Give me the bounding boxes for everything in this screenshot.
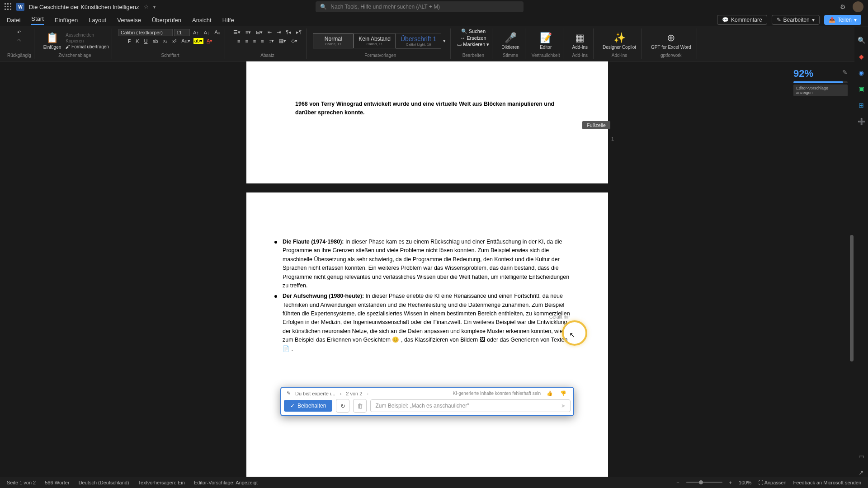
- rail-icon-5[interactable]: ⊞: [857, 101, 865, 109]
- edit-button[interactable]: ✎ Bearbeiten ▾: [772, 15, 820, 25]
- status-sugg[interactable]: Editor-Vorschläge: Angezeigt: [194, 480, 258, 485]
- tab-layout[interactable]: Layout: [89, 17, 106, 23]
- tab-datei[interactable]: Datei: [7, 17, 20, 23]
- rail-icon-bottom1[interactable]: ▭: [857, 452, 865, 460]
- fit-button[interactable]: ⛶ Anpassen: [758, 480, 786, 485]
- comments-button[interactable]: 💬 Kommentare: [717, 15, 767, 25]
- status-page[interactable]: Seite 1 von 2: [7, 480, 36, 485]
- numbering-icon[interactable]: ≡▾: [244, 28, 253, 36]
- size-select[interactable]: [174, 29, 190, 36]
- tab-hilfe[interactable]: Hilfe: [222, 17, 234, 23]
- replace-button[interactable]: ↔ Ersetzen: [460, 35, 486, 41]
- strike-icon[interactable]: ab: [151, 38, 160, 45]
- app-launcher-icon[interactable]: [5, 3, 12, 10]
- format-painter[interactable]: 🖌 Format übertragen: [66, 44, 109, 49]
- nav-prev-icon[interactable]: ‹: [340, 391, 342, 396]
- line-spacing-icon[interactable]: ↕▾: [267, 37, 276, 45]
- addins-button[interactable]: ▦Add-Ins: [570, 31, 590, 51]
- tab-verweise[interactable]: Verweise: [117, 17, 141, 23]
- star-icon[interactable]: ☆: [144, 4, 149, 10]
- grow-font-icon[interactable]: A↑: [191, 29, 201, 36]
- underline-icon[interactable]: U: [142, 38, 149, 45]
- multilevel-icon[interactable]: ⊟▾: [254, 28, 264, 36]
- keep-button[interactable]: ✓ Beibehalten: [284, 400, 332, 412]
- gear-icon[interactable]: ⚙: [840, 3, 846, 10]
- tab-einfugen[interactable]: Einfügen: [55, 17, 78, 23]
- bullets-icon[interactable]: ☰▾: [231, 28, 242, 36]
- send-icon[interactable]: ➤: [561, 403, 566, 409]
- editor-button[interactable]: 📝Editor: [537, 31, 555, 51]
- copilot-rail-icon[interactable]: ◆: [857, 52, 865, 61]
- zoom-out-icon[interactable]: −: [676, 480, 679, 485]
- indent-inc-icon[interactable]: ⇥: [275, 28, 283, 36]
- gpt-button[interactable]: ⊕GPT for Excel Word: [648, 31, 694, 51]
- status-pred[interactable]: Textvorhersagen: Ein: [138, 480, 185, 485]
- shrink-font-icon[interactable]: A↓: [202, 29, 212, 36]
- zoom-in-icon[interactable]: +: [729, 480, 732, 485]
- designer-button[interactable]: ✨Designer Copilot: [600, 31, 639, 51]
- redo-icon[interactable]: ↷: [15, 37, 23, 45]
- paste-button[interactable]: 📋Einfügen: [41, 31, 64, 51]
- status-lang[interactable]: Deutsch (Deutschland): [79, 480, 129, 485]
- bold-icon[interactable]: F: [126, 38, 132, 45]
- subscript-icon[interactable]: x₂: [161, 37, 170, 45]
- zoom-slider[interactable]: [686, 482, 722, 483]
- undo-icon[interactable]: ↶: [15, 28, 23, 36]
- nav-next-icon[interactable]: ›: [367, 391, 368, 396]
- align-left-icon[interactable]: ≡: [236, 38, 242, 45]
- cut-button[interactable]: Ausschneiden: [66, 33, 109, 38]
- find-button[interactable]: 🔍 Suchen: [461, 28, 486, 34]
- style-heading1[interactable]: Überschrift 1Calibri Light, 16: [396, 33, 441, 49]
- font-color-icon[interactable]: A▾: [205, 37, 214, 45]
- page-1[interactable]: 1968 von Terry Winograd entwickelt wurde…: [246, 61, 608, 183]
- clear-format-icon[interactable]: Aₓ: [213, 28, 222, 36]
- styles-more-icon[interactable]: ▾: [441, 37, 448, 45]
- avatar[interactable]: [853, 1, 863, 12]
- search-input[interactable]: 🔍 Nach Tools, Hilfe und mehr suchen (ALT…: [316, 1, 524, 12]
- chevron-down-icon[interactable]: ▾: [153, 5, 156, 9]
- search-rail-icon[interactable]: 🔍: [857, 36, 865, 44]
- tab-start[interactable]: Start: [31, 15, 43, 25]
- superscript-icon[interactable]: x²: [170, 38, 178, 45]
- share-button[interactable]: 📤 Teilen ▾: [824, 15, 861, 25]
- justify-icon[interactable]: ≡: [259, 38, 265, 45]
- zoom-value[interactable]: 100%: [739, 480, 751, 485]
- document-title[interactable]: Die Geschichte der Künstlichen Intellige…: [29, 4, 139, 10]
- align-center-icon[interactable]: ≡: [243, 38, 250, 45]
- borders-icon[interactable]: ▦▾: [277, 37, 288, 45]
- delete-icon[interactable]: 🗑: [353, 399, 367, 413]
- scrollbar[interactable]: [849, 63, 854, 474]
- footer-badge[interactable]: Fußzeile: [582, 121, 610, 129]
- regenerate-icon[interactable]: ↻: [336, 399, 349, 413]
- rtl-icon[interactable]: ▸¶: [294, 28, 303, 36]
- status-words[interactable]: 566 Wörter: [45, 480, 69, 485]
- style-no-spacing[interactable]: Kein AbstandCalibri, 11: [354, 33, 396, 48]
- thumbs-up-icon[interactable]: 👍: [545, 390, 554, 396]
- dictate-button[interactable]: 🎤Diktieren: [499, 31, 522, 51]
- copy-button[interactable]: Kopieren: [66, 38, 109, 43]
- page-2[interactable]: Die Flaute (1974-1980): In dieser Phase …: [246, 192, 608, 477]
- case-icon[interactable]: Aa▾: [179, 37, 192, 45]
- tab-uberprufen[interactable]: Überprüfen: [152, 17, 181, 23]
- align-right-icon[interactable]: ≡: [251, 38, 258, 45]
- prompt-input[interactable]: Zum Beispiel: „Mach es anschaulicher" ➤: [370, 399, 571, 412]
- rail-icon-4[interactable]: ▣: [857, 85, 865, 93]
- rail-icon-6[interactable]: ➕: [857, 117, 865, 126]
- font-select[interactable]: [118, 29, 173, 36]
- feedback-link[interactable]: Feedback an Microsoft senden: [793, 480, 861, 485]
- indent-dec-icon[interactable]: ⇤: [266, 28, 274, 36]
- copilot-context[interactable]: Du bist experte i...: [295, 391, 335, 396]
- rail-icon-bottom2[interactable]: ↗: [857, 469, 865, 477]
- ltr-icon[interactable]: ¶◂: [284, 28, 293, 36]
- thumbs-down-icon[interactable]: 👎: [559, 390, 568, 396]
- shading-icon[interactable]: ◇▾: [289, 37, 299, 45]
- highlight-icon[interactable]: ab▾: [193, 38, 203, 44]
- style-normal[interactable]: NormalCalibri, 11: [313, 33, 354, 48]
- tab-ansicht[interactable]: Ansicht: [192, 17, 212, 23]
- editor-sub[interactable]: Editor-Vorschläge anzeigen: [793, 84, 848, 96]
- editor-score-widget[interactable]: 92% ✎ Editor-Vorschläge anzeigen: [793, 68, 848, 96]
- italic-icon[interactable]: K: [134, 38, 141, 45]
- rail-icon-3[interactable]: ◉: [857, 69, 865, 77]
- select-button[interactable]: ▭ Markieren ▾: [457, 42, 489, 47]
- scroll-thumb[interactable]: [850, 235, 854, 361]
